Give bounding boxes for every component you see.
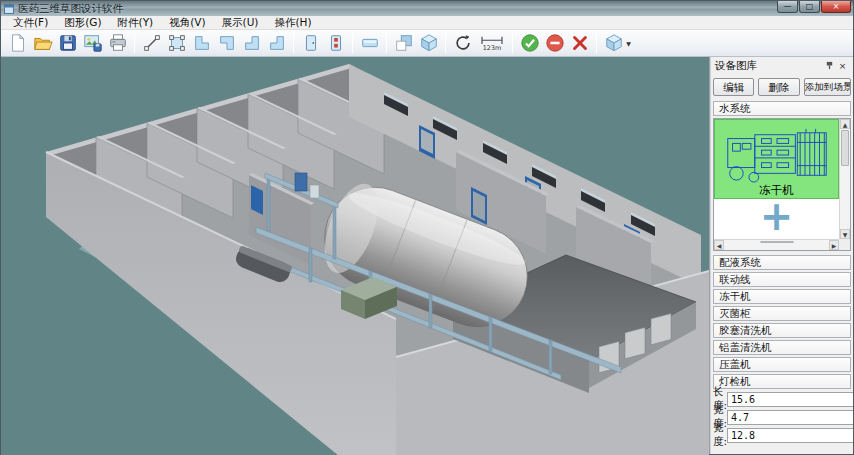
polygon-tool-button[interactable]	[164, 31, 189, 55]
gallery-add-item[interactable]: +	[714, 199, 839, 239]
category-stopper-washer[interactable]: 胶塞清洗机	[713, 323, 851, 338]
line-tool-button[interactable]	[139, 31, 164, 55]
category-liquid-prep-system[interactable]: 配液系统	[713, 255, 851, 270]
remove-button[interactable]	[542, 31, 567, 55]
wall-corner-2-button[interactable]	[214, 31, 239, 55]
polygon-tool-icon	[167, 33, 187, 53]
app-window: 医药三维草图设计软件 — □ × 文件(F) 图形(G) 附件(Y) 视角(V)…	[0, 0, 854, 455]
toolbar-separator	[134, 33, 135, 53]
wall-corner-1-button[interactable]	[189, 31, 214, 55]
measure-label: 123m	[482, 44, 500, 51]
menu-graphics[interactable]: 图形(G)	[56, 16, 109, 29]
cube-tool-button[interactable]	[416, 31, 441, 55]
wall-corner-icon	[242, 33, 262, 53]
remove-minus-icon	[545, 33, 565, 53]
safety-sign-button[interactable]	[323, 31, 348, 55]
view-cube-icon	[604, 33, 624, 53]
maximize-button[interactable]: □	[799, 1, 820, 13]
vertical-scroll-thumb[interactable]	[841, 130, 849, 166]
scroll-down-icon[interactable]: ▼	[840, 229, 850, 239]
wall-corner-icon	[217, 33, 237, 53]
equipment-library-panel: 设备图库 × 编辑 删除 添加到场景 水系统	[711, 57, 853, 454]
rotate-icon	[453, 33, 473, 53]
wall-corner-4-button[interactable]	[264, 31, 289, 55]
toolbar-separator	[386, 33, 387, 53]
viewport-3d[interactable]	[1, 57, 709, 454]
new-button[interactable]	[5, 31, 30, 55]
gallery-horizontal-scrollbar[interactable]: ◀ ▶	[714, 239, 839, 250]
confirm-button[interactable]	[517, 31, 542, 55]
menu-file[interactable]: 文件(F)	[5, 16, 56, 29]
rotate-view-button[interactable]	[450, 31, 475, 55]
print-icon	[108, 33, 128, 53]
window-tool-button[interactable]	[357, 31, 382, 55]
freeze-dryer-thumbnail-drawing	[721, 127, 833, 183]
category-cap-washer[interactable]: 铝盖清洗机	[713, 340, 851, 355]
toolbar-separator	[512, 33, 513, 53]
pin-icon[interactable]	[823, 59, 836, 72]
app-icon	[4, 4, 14, 14]
gallery-item-freeze-dryer[interactable]: 冻干机	[714, 119, 839, 199]
edit-button[interactable]: 编辑	[713, 78, 754, 96]
menu-bar: 文件(F) 图形(G) 附件(Y) 视角(V) 展示(U) 操作(H)	[1, 16, 853, 30]
scroll-right-icon[interactable]: ▶	[829, 240, 839, 250]
horizontal-scroll-thumb[interactable]	[760, 241, 794, 243]
scroll-left-icon[interactable]: ◀	[714, 240, 724, 250]
window-icon	[360, 33, 380, 53]
minimize-button[interactable]: —	[777, 1, 798, 13]
field-height-label: 宽度:	[713, 421, 727, 449]
category-sterilizer[interactable]: 灭菌柜	[713, 306, 851, 321]
width-input[interactable]	[727, 410, 853, 425]
height-input[interactable]	[727, 428, 853, 443]
toolbar-separator	[352, 33, 353, 53]
field-height: 宽度:	[713, 427, 851, 443]
toolbar-separator	[293, 33, 294, 53]
panel-button-row: 编辑 删除 添加到场景	[713, 78, 851, 96]
title-bar: 医药三维草图设计软件 — □ ×	[1, 1, 853, 16]
save-button[interactable]	[55, 31, 80, 55]
delete-button[interactable]	[567, 31, 592, 55]
new-document-icon	[8, 33, 28, 53]
wall-corner-icon	[267, 33, 287, 53]
open-button[interactable]	[30, 31, 55, 55]
safety-sign-icon	[326, 33, 346, 53]
export-image-icon	[83, 33, 103, 53]
overlap-shapes-icon	[394, 33, 414, 53]
delete-x-icon	[570, 33, 590, 53]
wall-corner-icon	[192, 33, 212, 53]
measure-button[interactable]: 123m	[475, 31, 508, 55]
window-title: 医药三维草图设计软件	[18, 2, 776, 16]
caret-down-icon: ▼	[626, 40, 631, 47]
category-capping-machine[interactable]: 压盖机	[713, 357, 851, 372]
view-mode-button[interactable]: ▼	[601, 31, 634, 55]
save-floppy-icon	[58, 33, 78, 53]
gallery-vertical-scrollbar[interactable]: ▲ ▼	[839, 119, 850, 239]
toolbar-separator	[596, 33, 597, 53]
menu-view-angle[interactable]: 视角(V)	[161, 16, 213, 29]
plus-icon: +	[760, 201, 794, 231]
add-to-scene-button[interactable]: 添加到场景	[804, 78, 851, 96]
category-light-inspector[interactable]: 灯检机	[713, 374, 851, 389]
close-button[interactable]: ×	[821, 1, 851, 13]
export-image-button[interactable]	[80, 31, 105, 55]
length-input[interactable]	[727, 392, 853, 407]
print-button[interactable]	[105, 31, 130, 55]
toolbar: 123m ▼	[1, 30, 853, 57]
wall-corner-3-button[interactable]	[239, 31, 264, 55]
menu-attachments[interactable]: 附件(Y)	[110, 16, 162, 29]
door-tool-button[interactable]	[298, 31, 323, 55]
delete-item-button[interactable]: 删除	[758, 78, 799, 96]
category-freeze-dryer[interactable]: 冻干机	[713, 289, 851, 304]
panel-header: 设备图库 ×	[713, 57, 851, 74]
menu-operate[interactable]: 操作(H)	[266, 16, 319, 29]
field-width: 宽度:	[713, 409, 851, 425]
menu-display[interactable]: 展示(U)	[214, 16, 267, 29]
viewport-3d-scene	[1, 57, 709, 455]
section-water-system[interactable]: 水系统	[713, 101, 851, 116]
measure-icon: 123m	[478, 33, 506, 53]
scroll-up-icon[interactable]: ▲	[840, 119, 850, 129]
overlap-shapes-button[interactable]	[391, 31, 416, 55]
cube-icon	[419, 33, 439, 53]
category-linkage-line[interactable]: 联动线	[713, 272, 851, 287]
panel-close-icon[interactable]: ×	[836, 59, 849, 72]
